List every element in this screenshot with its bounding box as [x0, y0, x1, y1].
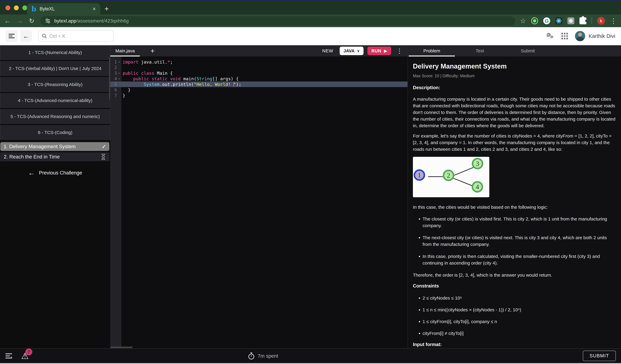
code-token: String — [196, 76, 212, 81]
logic-intro: In this case, the cities would be visite… — [413, 204, 618, 211]
sidebar-section-item[interactable]: 4 - TCS-(Advanced-numerical-ability) — [0, 93, 110, 108]
panel-tabs: Problem Test Submit — [408, 45, 621, 56]
app-toolbar: ← Karthik Divi — [0, 27, 621, 45]
edge-1-2 — [428, 176, 443, 177]
new-button[interactable]: NEW — [322, 48, 333, 53]
run-button[interactable]: RUN ▶ — [367, 47, 391, 55]
city-graph-figure: 1 2 3 4 — [413, 157, 489, 197]
problem-content[interactable]: Delivery Management System Max Score: 10… — [408, 56, 621, 348]
browser-tab[interactable]: b ByteXL × — [27, 3, 100, 15]
time-spent: 7m spent — [248, 352, 278, 360]
code-text: public class Main { — [121, 71, 173, 76]
editor-toolbar: Main.java + NEW JAVA ∨ RUN ▶ ⋮ — [110, 45, 407, 56]
constraint-item: 1 ≤ n ≤ min((cityNodes × (cityNodes - 1)… — [423, 307, 619, 313]
code-text: } — [121, 93, 125, 98]
code-token — [123, 82, 144, 87]
tab-close-icon[interactable]: × — [93, 6, 96, 12]
code-token: [] args) { — [212, 76, 239, 81]
sidebar-section-item[interactable]: 3 - TCS-(Reasoning Ability) — [0, 77, 110, 92]
section-label: 1 - TCS-(Numerical Ability) — [28, 50, 82, 55]
forward-icon[interactable]: → — [17, 17, 23, 24]
language-label: JAVA — [344, 49, 355, 53]
submit-button[interactable]: SUBMIT — [583, 350, 616, 361]
fold-caret-icon[interactable]: ▾ — [117, 71, 121, 75]
site-settings-icon[interactable] — [45, 18, 51, 24]
orbit-extension-icon[interactable] — [531, 17, 538, 24]
challenge-label: 2. Reach the End in Time — [4, 154, 60, 160]
code-line[interactable]: 3 ▾ public class Main { — [110, 70, 407, 76]
section-label: 2 - TCS-(Verbal Ability) | Don't Use | J… — [9, 66, 102, 71]
logic-bullet: The next-closest city (or cities) is vis… — [423, 234, 614, 248]
window-close-button[interactable] — [5, 5, 10, 10]
omnibox[interactable]: bytexl.app/assessment/423qxhh6g — [40, 16, 515, 26]
fold-caret-icon[interactable]: ▾ — [117, 77, 121, 80]
code-token: } — [123, 87, 130, 93]
window-minimize-button[interactable] — [14, 5, 19, 10]
graph-node-4: 4 — [472, 181, 483, 193]
code-line[interactable]: 7 } — [110, 93, 407, 98]
left-arrow-icon: ← — [28, 169, 35, 177]
window-zoom-button[interactable] — [22, 5, 27, 10]
bookmark-star-icon[interactable]: ☆ — [520, 17, 526, 25]
file-tab[interactable]: Main.java — [110, 45, 140, 56]
browser-profile-avatar[interactable]: k — [597, 17, 605, 25]
editor-menu-icon[interactable]: ⋮ — [396, 47, 403, 55]
code-token: Main { — [154, 71, 173, 76]
warning-count-badge: 7 — [25, 348, 32, 355]
sidebar-scrollbar[interactable] — [109, 57, 110, 99]
sidebar-section-item[interactable]: 6 - TCS-(Coding) — [0, 125, 110, 140]
warnings-button[interactable]: ⚠ 7 — [21, 352, 29, 360]
user-avatar[interactable] — [575, 31, 585, 41]
sidebar-section-item[interactable]: 2 - TCS-(Verbal Ability) | Don't Use | J… — [0, 61, 110, 76]
search-box[interactable] — [38, 30, 114, 42]
new-tab-button[interactable]: + — [104, 4, 109, 13]
code-area[interactable]: 1 ▾ import java.util.*; 2 3 — [110, 56, 407, 348]
browser-menu-icon[interactable]: ⋮ — [610, 17, 617, 25]
time-spent-label: 7m spent — [258, 353, 278, 359]
sidebar-section-item[interactable]: 5 - TCS-(Advanced Reasoning and numeric) — [0, 109, 110, 124]
panel-tab[interactable]: Problem — [408, 45, 456, 56]
sidebar-section-item[interactable]: 1 - TCS-(Numerical Ability) — [0, 45, 110, 60]
browser-tab-bar: b ByteXL × + — [0, 1, 621, 15]
challenge-item[interactable]: 2. Reach the End in Time — [0, 152, 109, 161]
reload-icon[interactable]: ↻ — [29, 17, 34, 25]
bytexl-favicon: b — [31, 5, 36, 12]
section-label: 6 - TCS-(Coding) — [38, 130, 72, 135]
react-devtools-icon[interactable] — [555, 17, 562, 24]
challenge-item-selected[interactable]: 1. Delivery Management System ✓ — [0, 142, 109, 151]
problem-panel: Problem Test Submit Delivery Management … — [408, 45, 621, 348]
chat-bubbles-icon[interactable] — [546, 33, 554, 40]
editor-horizontal-scrollbar[interactable] — [110, 347, 133, 348]
add-file-icon[interactable]: + — [150, 47, 155, 55]
back-icon[interactable]: ← — [4, 17, 11, 24]
grammarly-icon[interactable]: G — [543, 17, 550, 24]
panel-tab[interactable]: Submit — [504, 45, 552, 56]
apps-grid-icon[interactable] — [561, 33, 568, 39]
section-label: 3 - TCS-(Reasoning Ability) — [28, 82, 83, 87]
logic-bullet-list: The closest city (or cities) is visited … — [413, 216, 614, 266]
language-select[interactable]: JAVA ∨ — [340, 47, 364, 55]
code-token: System — [144, 82, 160, 87]
code-line[interactable]: 6 } — [110, 87, 407, 93]
line-number: 2 — [110, 65, 117, 70]
url-path: /assessment/423qxhh6g — [76, 18, 129, 24]
panel-tab[interactable]: Test — [456, 45, 504, 56]
extensions-puzzle-icon[interactable] — [579, 17, 586, 24]
code-token: import — [123, 59, 141, 65]
constraints-heading: Constraints — [413, 283, 619, 289]
code-line[interactable]: 4 ▾ public static void main(String[] arg… — [110, 76, 407, 82]
main-area: 1 - TCS-(Numerical Ability) 2 - TCS-(Ver… — [0, 45, 621, 348]
screenshot-extension-icon[interactable] — [567, 17, 574, 24]
fold-caret-icon[interactable]: ▾ — [117, 60, 121, 64]
code-line[interactable]: 1 ▾ import java.util.*; — [110, 59, 407, 65]
code-line[interactable]: 2 — [110, 65, 407, 70]
constraint-item: 2 ≤ cityNodes ≤ 10⁵ — [423, 295, 619, 301]
search-input[interactable] — [49, 33, 110, 39]
code-line[interactable]: 5 System.out.println("Hello, World! "); — [110, 82, 407, 87]
pending-hourglass-icon — [101, 153, 106, 160]
question-list-button[interactable]: ‹ — [5, 353, 12, 359]
browser-url-bar: ← → ↻ bytexl.app/assessment/423qxhh6g ☆ … — [0, 15, 621, 27]
previous-challenge-button[interactable]: ← Previous Challenge — [0, 169, 110, 177]
sections-menu-button[interactable] — [6, 30, 17, 42]
back-button[interactable]: ← — [20, 30, 32, 42]
